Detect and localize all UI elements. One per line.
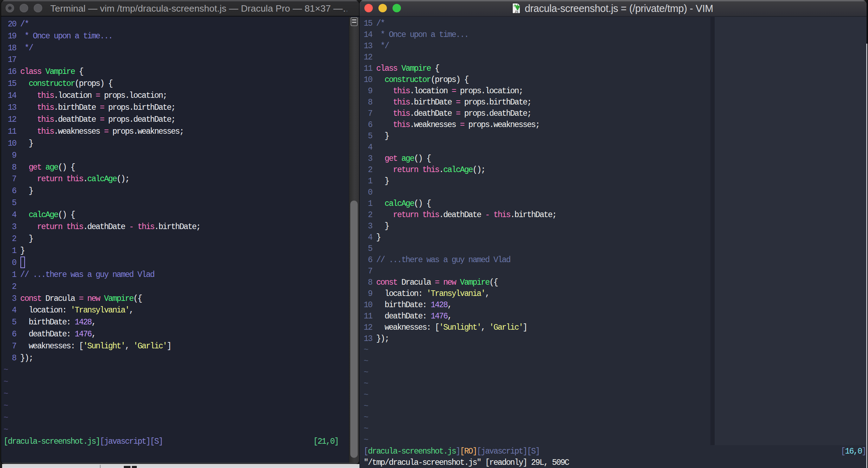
svg-text:JS: JS bbox=[514, 10, 518, 14]
